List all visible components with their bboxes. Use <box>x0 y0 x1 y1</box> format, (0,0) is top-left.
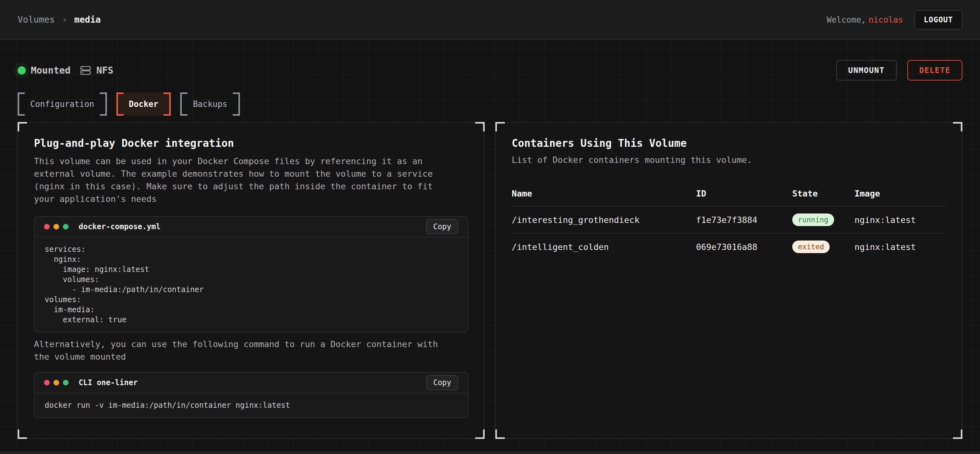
cli-code: docker run -v im-media:/path/in/containe… <box>35 393 468 417</box>
top-bar: Volumes › media Welcome,nicolas LOGOUT <box>0 0 980 40</box>
state-badge: exited <box>792 241 830 253</box>
container-image: nginx:latest <box>854 206 946 233</box>
breadcrumb-current-volume: media <box>74 14 101 25</box>
docker-panel-description: This volume can be used in your Docker C… <box>34 155 446 205</box>
mounted-status-label: Mounted <box>31 65 70 76</box>
unmount-button[interactable]: UNMOUNT <box>836 60 897 81</box>
compose-code-header: docker-compose.yml Copy <box>35 217 468 237</box>
docker-integration-panel: Plug-and-play Docker integration This vo… <box>18 122 485 439</box>
server-icon <box>80 65 91 76</box>
cli-filename: CLI one-liner <box>79 378 138 387</box>
traffic-dot-yellow <box>54 380 59 386</box>
docker-panel-title: Plug-and-play Docker integration <box>34 137 468 149</box>
table-row: /interesting_grothendieck f1e73e7f3884 r… <box>512 206 946 233</box>
volume-actions: UNMOUNT DELETE <box>836 60 963 81</box>
compose-code: services: nginx: image: nginx:latest vol… <box>35 237 468 332</box>
corner-bracket <box>475 122 485 132</box>
corner-bracket <box>953 430 963 439</box>
tab-backups[interactable]: Backups <box>180 92 240 116</box>
welcome-text: Welcome,nicolas <box>827 15 903 24</box>
cli-code-header: CLI one-liner Copy <box>35 373 468 393</box>
breadcrumb: Volumes › media <box>18 14 101 25</box>
container-name: /interesting_grothendieck <box>512 206 696 233</box>
corner-bracket <box>475 430 485 439</box>
main-content: Mounted NFS UNMOUNT DELETE Configuration… <box>0 40 980 452</box>
username: nicolas <box>869 15 903 24</box>
top-bar-right: Welcome,nicolas LOGOUT <box>827 10 963 30</box>
containers-panel-title: Containers Using This Volume <box>512 137 946 149</box>
table-row: /intelligent_colden 069e73016a88 exited … <box>512 233 946 260</box>
traffic-dot-green <box>63 224 68 230</box>
mounted-dot <box>18 66 26 75</box>
volume-status-group: Mounted NFS <box>18 65 113 76</box>
container-name: /intelligent_colden <box>512 233 696 260</box>
breadcrumb-volumes-link[interactable]: Volumes <box>18 14 55 25</box>
status-row: Mounted NFS UNMOUNT DELETE <box>18 40 963 81</box>
copy-compose-button[interactable]: Copy <box>426 219 458 234</box>
corner-bracket <box>18 430 27 439</box>
column-header-id: ID <box>696 189 792 206</box>
traffic-dot-yellow <box>54 224 59 230</box>
footer-strip <box>0 452 980 454</box>
column-header-name: Name <box>512 189 696 206</box>
traffic-dot-red <box>44 224 50 230</box>
column-header-state: State <box>792 189 854 206</box>
tab-bar: Configuration Docker Backups <box>18 92 963 116</box>
compose-code-block: docker-compose.yml Copy services: nginx:… <box>34 216 468 332</box>
container-id: 069e73016a88 <box>696 233 792 260</box>
delete-button[interactable]: DELETE <box>907 60 963 81</box>
containers-panel-subtitle: List of Docker containers mounting this … <box>512 155 946 165</box>
compose-filename: docker-compose.yml <box>79 222 161 231</box>
copy-cli-button[interactable]: Copy <box>426 375 458 390</box>
corner-bracket <box>495 122 505 132</box>
panels-row: Plug-and-play Docker integration This vo… <box>18 122 963 439</box>
traffic-dots <box>44 380 68 386</box>
corner-bracket <box>953 122 963 132</box>
cli-code-block: CLI one-liner Copy docker run -v im-medi… <box>34 372 468 418</box>
cli-alternative-text: Alternatively, you can use the following… <box>34 338 446 363</box>
chevron-right-icon: › <box>62 14 67 25</box>
traffic-dot-green <box>63 380 68 386</box>
corner-bracket <box>495 430 505 439</box>
traffic-dots <box>44 224 68 230</box>
tab-docker[interactable]: Docker <box>116 92 171 116</box>
state-badge: running <box>792 213 834 226</box>
tab-configuration[interactable]: Configuration <box>18 92 107 116</box>
containers-table: Name ID State Image /interesting_grothen… <box>512 189 946 260</box>
welcome-prefix: Welcome, <box>827 15 866 24</box>
container-id: f1e73e7f3884 <box>696 206 792 233</box>
containers-panel: Containers Using This Volume List of Doc… <box>495 122 963 439</box>
fs-type-label: NFS <box>96 65 113 76</box>
traffic-dot-red <box>44 380 50 386</box>
container-image: nginx:latest <box>854 233 946 260</box>
table-header-row: Name ID State Image <box>512 189 946 206</box>
logout-button[interactable]: LOGOUT <box>914 10 963 30</box>
column-header-image: Image <box>854 189 946 206</box>
corner-bracket <box>18 122 27 132</box>
